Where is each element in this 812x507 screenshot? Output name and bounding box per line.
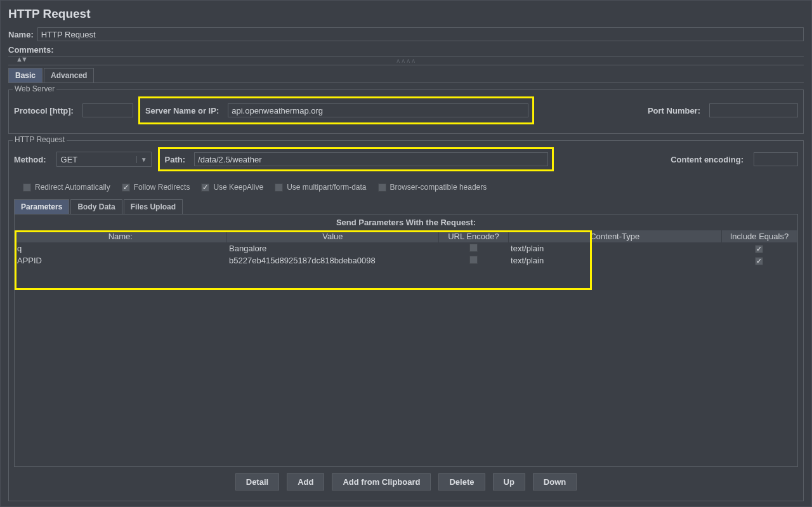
params-area: Send Parameters With the Request: Name: … xyxy=(14,214,798,467)
cell-value[interactable]: Bangalore xyxy=(226,242,439,254)
path-label: Path: xyxy=(165,155,186,164)
encoding-input[interactable] xyxy=(754,152,798,166)
cell-include-equals[interactable]: ✓ xyxy=(721,254,797,267)
server-label: Server Name or IP: xyxy=(145,106,219,115)
keepalive-checkbox[interactable]: ✓Use KeepAlive xyxy=(201,183,263,192)
tab-advanced[interactable]: Advanced xyxy=(44,68,94,82)
checkbox-icon xyxy=(469,244,478,252)
httprequest-fieldset: HTTP Request Method: GET ▼ Path: Content… xyxy=(8,140,804,501)
tab-body-data[interactable]: Body Data xyxy=(70,199,122,214)
params-header: Send Parameters With the Request: xyxy=(15,214,797,230)
checkbox-icon: ✓ xyxy=(755,257,763,265)
down-button[interactable]: Down xyxy=(533,473,577,491)
up-button[interactable]: Up xyxy=(493,473,525,491)
cell-value[interactable]: b5227eb415d8925187dc818bdeba0098 xyxy=(226,254,439,267)
page-title: HTTP Request xyxy=(8,7,804,21)
cell-name[interactable]: q xyxy=(15,242,226,254)
multipart-label: Use multipart/form-data xyxy=(287,183,366,192)
col-content-type[interactable]: Content-Type xyxy=(508,230,721,242)
cell-content-type[interactable]: text/plain xyxy=(508,242,721,254)
collapse-toggle[interactable]: ▲▼ ∧∧∧∧ xyxy=(8,56,804,65)
comments-label: Comments: xyxy=(8,45,804,56)
method-value: GET xyxy=(61,155,78,164)
delete-button[interactable]: Delete xyxy=(438,473,485,491)
collapse-arrows-icon: ▲▼ xyxy=(16,55,26,63)
col-name[interactable]: Name: xyxy=(15,230,226,242)
port-label: Port Number: xyxy=(648,106,700,115)
tab-files-upload[interactable]: Files Upload xyxy=(124,199,183,214)
httprequest-legend: HTTP Request xyxy=(13,135,67,144)
keepalive-label: Use KeepAlive xyxy=(213,183,263,192)
table-row[interactable]: APPID b5227eb415d8925187dc818bdeba0098 t… xyxy=(15,254,797,267)
params-table[interactable]: Name: Value URL Encode? Content-Type Inc… xyxy=(15,230,797,267)
method-label: Method: xyxy=(14,155,46,164)
col-value[interactable]: Value xyxy=(226,230,439,242)
follow-redirects-label: Follow Redirects xyxy=(134,183,190,192)
method-select[interactable]: GET ▼ xyxy=(56,152,152,167)
chevron-down-icon: ▼ xyxy=(136,156,147,163)
redirect-auto-checkbox[interactable]: Redirect Automatically xyxy=(23,183,110,192)
server-input[interactable] xyxy=(228,103,528,117)
browser-headers-label: Browser-compatible headers xyxy=(390,183,487,192)
path-input[interactable] xyxy=(194,152,548,166)
name-label: Name: xyxy=(8,30,34,39)
col-urlencode[interactable]: URL Encode? xyxy=(439,230,508,242)
button-bar: Detail Add Add from Clipboard Delete Up … xyxy=(14,467,798,494)
protocol-input[interactable] xyxy=(82,103,133,117)
cell-include-equals[interactable]: ✓ xyxy=(721,242,797,254)
cell-urlencode[interactable] xyxy=(439,254,508,267)
table-row[interactable]: q Bangalore text/plain ✓ xyxy=(15,242,797,254)
checkbox-icon xyxy=(23,183,31,192)
col-include-equals[interactable]: Include Equals? xyxy=(721,230,797,242)
checkbox-icon xyxy=(469,256,478,264)
checkbox-icon: ✓ xyxy=(755,245,763,253)
encoding-label: Content encoding: xyxy=(671,155,743,164)
config-tabbar: Basic Advanced xyxy=(8,68,804,83)
add-button[interactable]: Add xyxy=(287,473,324,491)
port-input[interactable] xyxy=(709,103,798,117)
checkbox-icon xyxy=(378,183,386,192)
tab-parameters[interactable]: Parameters xyxy=(14,199,69,214)
protocol-label: Protocol [http]: xyxy=(14,106,74,115)
grip-icon: ∧∧∧∧ xyxy=(396,57,416,64)
name-input[interactable] xyxy=(37,27,804,41)
multipart-checkbox[interactable]: Use multipart/form-data xyxy=(275,183,366,192)
add-from-clipboard-button[interactable]: Add from Clipboard xyxy=(332,473,431,491)
cell-urlencode[interactable] xyxy=(439,242,508,254)
redirect-auto-label: Redirect Automatically xyxy=(35,183,110,192)
tab-basic[interactable]: Basic xyxy=(8,68,43,82)
checkbox-icon xyxy=(275,183,283,192)
params-tabbar: Parameters Body Data Files Upload xyxy=(14,199,798,214)
checkbox-icon: ✓ xyxy=(201,183,209,192)
checkbox-icon: ✓ xyxy=(122,183,130,192)
browser-headers-checkbox[interactable]: Browser-compatible headers xyxy=(378,183,487,192)
webserver-legend: Web Server xyxy=(13,84,56,93)
detail-button[interactable]: Detail xyxy=(235,473,279,491)
follow-redirects-checkbox[interactable]: ✓Follow Redirects xyxy=(122,183,190,192)
webserver-fieldset: Web Server Protocol [http]: Server Name … xyxy=(8,89,804,134)
cell-name[interactable]: APPID xyxy=(15,254,226,267)
cell-content-type[interactable]: text/plain xyxy=(508,254,721,267)
